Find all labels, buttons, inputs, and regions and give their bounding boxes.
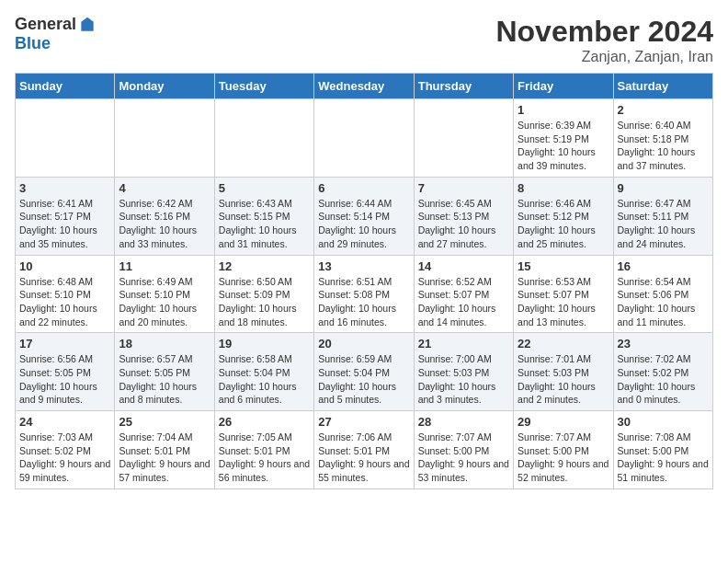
day-info: Sunrise: 6:53 AM Sunset: 5:07 PM Dayligh… xyxy=(518,275,609,329)
day-info: Sunrise: 6:58 AM Sunset: 5:04 PM Dayligh… xyxy=(219,352,310,407)
location: Zanjan, Zanjan, Iran xyxy=(495,49,713,65)
day-number: 10 xyxy=(19,259,110,273)
day-number: 11 xyxy=(119,259,210,273)
day-info: Sunrise: 6:43 AM Sunset: 5:15 PM Dayligh… xyxy=(219,197,310,251)
day-info: Sunrise: 7:00 AM Sunset: 5:03 PM Dayligh… xyxy=(418,352,509,407)
day-number: 30 xyxy=(618,415,709,429)
calendar-week-row: 17Sunrise: 6:56 AM Sunset: 5:05 PM Dayli… xyxy=(16,333,713,411)
day-number: 14 xyxy=(418,259,509,273)
day-number: 6 xyxy=(318,181,409,195)
day-number: 26 xyxy=(219,415,310,429)
day-number: 3 xyxy=(19,181,110,195)
calendar-day-22: 22Sunrise: 7:01 AM Sunset: 5:03 PM Dayli… xyxy=(514,333,613,411)
weekday-header-tuesday: Tuesday xyxy=(214,74,313,99)
weekday-header-monday: Monday xyxy=(115,74,214,99)
day-number: 25 xyxy=(119,415,210,429)
day-info: Sunrise: 6:47 AM Sunset: 5:11 PM Dayligh… xyxy=(618,197,709,251)
day-number: 23 xyxy=(618,337,709,350)
calendar-day-3: 3Sunrise: 6:41 AM Sunset: 5:17 PM Daylig… xyxy=(16,177,115,255)
calendar-day-16: 16Sunrise: 6:54 AM Sunset: 5:06 PM Dayli… xyxy=(613,255,712,333)
day-info: Sunrise: 6:46 AM Sunset: 5:12 PM Dayligh… xyxy=(518,197,609,251)
day-number: 24 xyxy=(19,415,110,429)
calendar-day-18: 18Sunrise: 6:57 AM Sunset: 5:05 PM Dayli… xyxy=(115,333,214,411)
calendar-day-1: 1Sunrise: 6:39 AM Sunset: 5:19 PM Daylig… xyxy=(514,99,613,178)
day-info: Sunrise: 6:57 AM Sunset: 5:05 PM Dayligh… xyxy=(119,352,210,407)
day-info: Sunrise: 6:45 AM Sunset: 5:13 PM Dayligh… xyxy=(418,197,509,251)
weekday-header-saturday: Saturday xyxy=(613,74,712,99)
calendar-day-20: 20Sunrise: 6:59 AM Sunset: 5:04 PM Dayli… xyxy=(314,333,414,411)
calendar-empty-cell xyxy=(16,99,115,178)
day-info: Sunrise: 7:07 AM Sunset: 5:00 PM Dayligh… xyxy=(518,431,609,485)
day-number: 13 xyxy=(318,259,409,273)
calendar-day-6: 6Sunrise: 6:44 AM Sunset: 5:14 PM Daylig… xyxy=(314,177,414,255)
calendar-empty-cell xyxy=(214,99,313,178)
day-info: Sunrise: 6:50 AM Sunset: 5:09 PM Dayligh… xyxy=(219,275,310,329)
calendar-day-5: 5Sunrise: 6:43 AM Sunset: 5:15 PM Daylig… xyxy=(214,177,313,255)
day-info: Sunrise: 6:39 AM Sunset: 5:19 PM Dayligh… xyxy=(518,119,609,173)
day-number: 5 xyxy=(219,181,310,195)
calendar-day-9: 9Sunrise: 6:47 AM Sunset: 5:11 PM Daylig… xyxy=(613,177,712,255)
calendar-day-13: 13Sunrise: 6:51 AM Sunset: 5:08 PM Dayli… xyxy=(314,255,414,333)
calendar-header-row: SundayMondayTuesdayWednesdayThursdayFrid… xyxy=(16,74,713,99)
calendar-week-row: 10Sunrise: 6:48 AM Sunset: 5:10 PM Dayli… xyxy=(16,255,713,333)
weekday-header-wednesday: Wednesday xyxy=(314,74,414,99)
day-info: Sunrise: 6:51 AM Sunset: 5:08 PM Dayligh… xyxy=(318,275,409,329)
calendar-day-28: 28Sunrise: 7:07 AM Sunset: 5:00 PM Dayli… xyxy=(414,411,513,489)
day-number: 2 xyxy=(618,103,709,117)
day-number: 27 xyxy=(318,415,409,429)
calendar-day-10: 10Sunrise: 6:48 AM Sunset: 5:10 PM Dayli… xyxy=(16,255,115,333)
day-info: Sunrise: 6:49 AM Sunset: 5:10 PM Dayligh… xyxy=(119,275,210,329)
day-info: Sunrise: 6:40 AM Sunset: 5:18 PM Dayligh… xyxy=(618,119,709,173)
day-info: Sunrise: 6:54 AM Sunset: 5:06 PM Dayligh… xyxy=(618,275,709,329)
calendar-day-17: 17Sunrise: 6:56 AM Sunset: 5:05 PM Dayli… xyxy=(16,333,115,411)
day-number: 18 xyxy=(119,337,210,350)
day-info: Sunrise: 6:42 AM Sunset: 5:16 PM Dayligh… xyxy=(119,197,210,251)
day-info: Sunrise: 7:07 AM Sunset: 5:00 PM Dayligh… xyxy=(418,431,509,485)
calendar-empty-cell xyxy=(115,99,214,178)
calendar-day-12: 12Sunrise: 6:50 AM Sunset: 5:09 PM Dayli… xyxy=(214,255,313,333)
calendar-day-4: 4Sunrise: 6:42 AM Sunset: 5:16 PM Daylig… xyxy=(115,177,214,255)
page-header: General Blue November 2024 Zanjan, Zanja… xyxy=(15,15,713,65)
day-number: 16 xyxy=(618,259,709,273)
day-number: 28 xyxy=(418,415,509,429)
calendar-day-19: 19Sunrise: 6:58 AM Sunset: 5:04 PM Dayli… xyxy=(214,333,313,411)
day-info: Sunrise: 7:03 AM Sunset: 5:02 PM Dayligh… xyxy=(19,431,110,485)
calendar-day-2: 2Sunrise: 6:40 AM Sunset: 5:18 PM Daylig… xyxy=(613,99,712,178)
weekday-header-sunday: Sunday xyxy=(16,74,115,99)
day-info: Sunrise: 6:59 AM Sunset: 5:04 PM Dayligh… xyxy=(318,352,409,407)
day-number: 1 xyxy=(518,103,609,117)
calendar-week-row: 24Sunrise: 7:03 AM Sunset: 5:02 PM Dayli… xyxy=(16,411,713,489)
day-info: Sunrise: 7:02 AM Sunset: 5:02 PM Dayligh… xyxy=(618,352,709,407)
day-info: Sunrise: 6:52 AM Sunset: 5:07 PM Dayligh… xyxy=(418,275,509,329)
day-number: 22 xyxy=(518,337,609,350)
weekday-header-thursday: Thursday xyxy=(414,74,513,99)
day-number: 7 xyxy=(418,181,509,195)
logo-icon xyxy=(78,16,97,34)
calendar-day-25: 25Sunrise: 7:04 AM Sunset: 5:01 PM Dayli… xyxy=(115,411,214,489)
calendar-day-23: 23Sunrise: 7:02 AM Sunset: 5:02 PM Dayli… xyxy=(613,333,712,411)
month-title: November 2024 xyxy=(495,15,713,49)
calendar-week-row: 3Sunrise: 6:41 AM Sunset: 5:17 PM Daylig… xyxy=(16,177,713,255)
day-info: Sunrise: 7:08 AM Sunset: 5:00 PM Dayligh… xyxy=(618,431,709,485)
day-number: 15 xyxy=(518,259,609,273)
title-section: November 2024 Zanjan, Zanjan, Iran xyxy=(495,15,713,65)
day-info: Sunrise: 7:01 AM Sunset: 5:03 PM Dayligh… xyxy=(518,352,609,407)
day-number: 4 xyxy=(119,181,210,195)
day-info: Sunrise: 7:05 AM Sunset: 5:01 PM Dayligh… xyxy=(219,431,310,485)
logo-blue-text: Blue xyxy=(15,34,51,53)
day-info: Sunrise: 7:04 AM Sunset: 5:01 PM Dayligh… xyxy=(119,431,210,485)
calendar-week-row: 1Sunrise: 6:39 AM Sunset: 5:19 PM Daylig… xyxy=(16,99,713,178)
calendar-day-21: 21Sunrise: 7:00 AM Sunset: 5:03 PM Dayli… xyxy=(414,333,513,411)
calendar-empty-cell xyxy=(414,99,513,178)
calendar-day-26: 26Sunrise: 7:05 AM Sunset: 5:01 PM Dayli… xyxy=(214,411,313,489)
calendar-table: SundayMondayTuesdayWednesdayThursdayFrid… xyxy=(15,73,713,489)
day-number: 20 xyxy=(318,337,409,350)
logo-general-text: General xyxy=(15,15,76,34)
calendar-day-11: 11Sunrise: 6:49 AM Sunset: 5:10 PM Dayli… xyxy=(115,255,214,333)
day-number: 9 xyxy=(618,181,709,195)
day-number: 12 xyxy=(219,259,310,273)
calendar-day-14: 14Sunrise: 6:52 AM Sunset: 5:07 PM Dayli… xyxy=(414,255,513,333)
day-number: 17 xyxy=(19,337,110,350)
calendar-day-7: 7Sunrise: 6:45 AM Sunset: 5:13 PM Daylig… xyxy=(414,177,513,255)
calendar-empty-cell xyxy=(314,99,414,178)
